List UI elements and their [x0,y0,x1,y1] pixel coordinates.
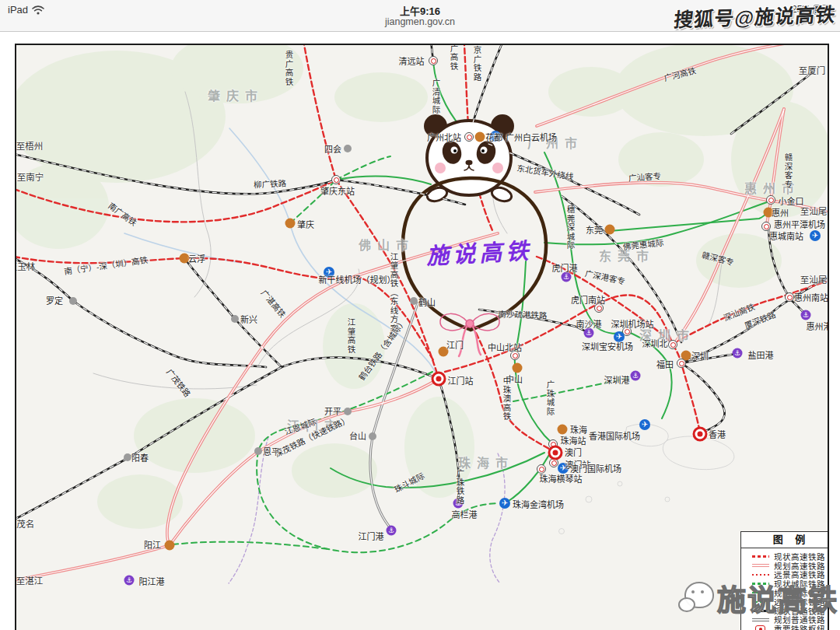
map-label: 深圳北 [642,337,668,349]
map-canvas [15,44,829,630]
map-label: 惠州港 [807,320,830,332]
map-label: 虎门南站 [571,293,605,306]
hub-marker [548,446,563,460]
map-label: 阳江 [144,538,161,551]
legend-symbol-red-dash [752,555,769,558]
map-label: 肇庆市 [208,86,264,104]
cityDot-marker [165,541,175,551]
map-label: 福田 [656,358,674,370]
town-marker [69,297,77,305]
map-label: 肇庆东站 [320,184,355,197]
map-label: 佛山市 [359,235,415,254]
map-label: 京广高铁 [449,44,460,71]
map-label: 至厦门 [799,64,826,76]
sea-west [15,557,292,630]
map-label: 惠城南站 [769,229,803,242]
town-marker [369,432,376,440]
legend-title: 图 例 [741,532,829,548]
apt-marker: ✈ [639,419,650,430]
port-marker: ⚓ [124,576,135,586]
map-label: 珠海市 [458,453,514,471]
hub-marker [432,372,446,387]
map-label: 虎门港 [552,261,578,274]
map-label: 广清城际 [431,79,443,114]
map-label: 广珠铁路 [455,469,467,505]
map-label: 至汕尾 [800,273,828,285]
map-label: 新干线机场（规划） [319,273,396,285]
map-label: 广汕客专 [628,170,662,184]
map-label: 广州北站 [427,131,461,143]
apt-marker: ✈ [810,230,821,241]
map-label: 花都 [485,131,502,143]
map-label: 惠州南站 [794,291,828,303]
map-label: 江门 [446,338,464,351]
map-label: 云浮 [188,252,205,264]
map-label: 京广铁路 [472,46,484,82]
map-label: 施说高铁 [425,232,533,270]
sta-marker [464,132,474,142]
map-label: 新兴 [240,313,257,325]
map-label: 香港 [709,428,726,440]
map-label: 广州白云机场 [506,131,557,143]
map-label: 穗莞深城际 [565,205,577,250]
sta-marker [668,340,677,349]
map-label: 鹤山 [418,296,436,308]
map-label: 惠州 [772,206,789,219]
town-marker [410,297,418,305]
port-marker: ⚓ [631,371,641,381]
sta-marker [331,175,341,184]
map-label: 澳门国际机场 [570,462,621,474]
town-marker [344,145,352,152]
brand-watermark: 施说高铁 [678,577,838,619]
map-label: 阳春 [131,451,149,464]
brand-text: 施说高铁 [717,577,838,619]
map-label: 中珠澳高铁 [502,376,513,422]
town-marker [254,447,262,455]
map-label: 香港国际机场 [589,429,640,442]
map-label: 至汕尾 [800,205,828,217]
town-marker [124,453,131,461]
cityDot-marker [285,219,296,229]
cityDot-marker [513,363,523,373]
map-label: 江门站 [448,374,474,387]
cityDot-marker [558,425,568,435]
map-label: 至南宁 [17,170,44,183]
map-label: 肇庆 [297,218,314,230]
map-label: 惠州平潭机场 [774,218,825,230]
ipad-screenshot: iPad 上午9:16 jiangmen.gov.cn 25% 搜狐号@施说高铁 [0,0,840,630]
map-label: 至玉林 [15,260,35,272]
legend-symbol-red-solid [752,564,769,567]
apt-marker: ✈ [499,498,510,509]
sta-marker [677,359,686,368]
map-label: 江肇高铁 [346,318,358,354]
legend-label: 重要铁路枢纽 [774,623,825,630]
sta-marker [785,292,794,302]
map-label: 珠海金湾机场 [513,498,564,510]
map-label: 澳门 [565,446,582,458]
legend-row: 重要铁路枢纽 [752,625,829,630]
map-label: 江门港 [359,530,384,542]
map-label: 赣深客专 [783,153,795,189]
legend-symbol-red-dot [752,574,769,576]
town-marker [231,315,239,323]
map-label: 盐田港 [748,348,774,361]
map-label: 至茂名 [15,517,34,530]
map-label: 深圳宝安机场 [582,340,633,352]
map-label: 阳江港 [139,575,165,587]
map-label: 至湛江 [16,574,44,586]
cityDot-marker [475,132,485,142]
port-marker: ⚓ [733,348,743,359]
map-label: 广珠城际 [545,380,557,416]
legend-symbol-hub [755,625,765,630]
wechat-logo-icon [678,580,712,616]
map-label: 台山 [349,429,366,442]
map-label: 柳广铁路 [254,177,287,190]
map-label: 东莞 [586,223,603,236]
map-label: 清远站 [399,54,425,67]
map-label: 深圳机场站 [611,317,654,330]
port-marker: ⚓ [387,526,397,536]
map-label: 高栏港 [452,508,478,520]
map-label: 深圳港 [604,373,630,386]
map-label: 南沙港 [576,317,602,330]
sta-marker [766,195,775,205]
